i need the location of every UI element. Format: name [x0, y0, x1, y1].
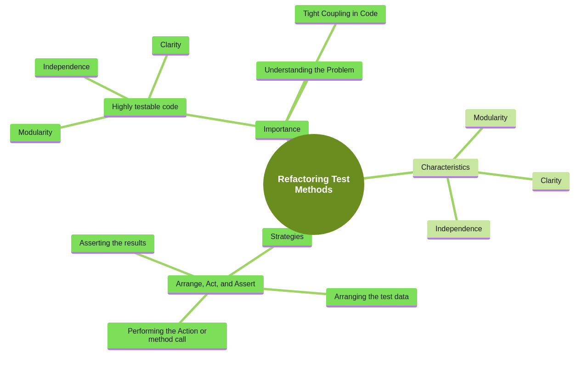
node-performing[interactable]: Performing the Action or method call	[107, 323, 227, 350]
node-clarity-right[interactable]: Clarity	[532, 172, 570, 191]
node-characteristics[interactable]: Characteristics	[413, 159, 478, 178]
node-independence-right[interactable]: Independence	[427, 220, 490, 240]
node-tight-coupling[interactable]: Tight Coupling in Code	[295, 5, 386, 24]
node-arranging[interactable]: Arranging the test data	[326, 288, 417, 307]
node-modularity-left[interactable]: Modularity	[10, 124, 61, 143]
node-modularity-right[interactable]: Modularity	[465, 109, 516, 128]
node-center[interactable]: Refactoring Test Methods	[263, 134, 364, 235]
node-asserting[interactable]: Asserting the results	[71, 234, 154, 254]
node-independence-left[interactable]: Independence	[35, 58, 98, 78]
node-understanding[interactable]: Understanding the Problem	[256, 61, 362, 81]
node-arrange-act-assert[interactable]: Arrange, Act, and Assert	[168, 275, 264, 295]
node-highly-testable[interactable]: Highly testable code	[104, 98, 187, 117]
node-clarity-left[interactable]: Clarity	[152, 36, 189, 56]
